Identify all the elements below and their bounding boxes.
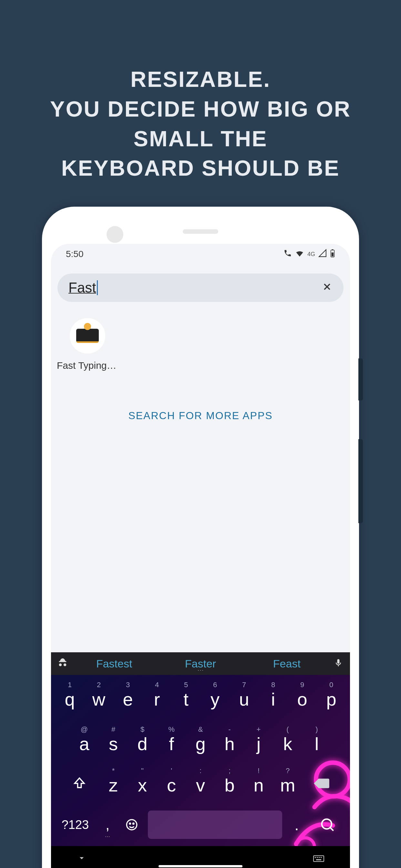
mic-icon[interactable] — [331, 658, 345, 669]
emoji-key[interactable] — [119, 808, 145, 841]
key-j[interactable]: +j — [244, 725, 273, 761]
key-main: y — [211, 690, 220, 709]
key-i[interactable]: 8i — [258, 681, 288, 719]
keyboard-bottom-row: ?123 , . — [51, 808, 350, 846]
key-t[interactable]: 5t — [172, 681, 201, 719]
phone-mockup: 5:50 4G — [42, 207, 359, 868]
system-nav-bar — [51, 846, 350, 868]
incognito-icon[interactable] — [56, 657, 70, 670]
svg-point-7 — [133, 823, 134, 825]
phone-speaker — [183, 229, 218, 234]
svg-point-5 — [127, 819, 137, 830]
svg-rect-10 — [315, 857, 316, 858]
key-row-3: *z"x'c:v;b!n?m — [53, 767, 348, 802]
key-b[interactable]: ;b — [215, 767, 244, 802]
key-main: b — [224, 776, 235, 795]
text-cursor — [97, 280, 98, 295]
key-main: q — [65, 690, 74, 709]
call-wifi-icon — [283, 249, 292, 259]
backspace-key[interactable] — [302, 767, 341, 802]
key-m[interactable]: ?m — [273, 767, 302, 802]
svg-rect-14 — [316, 859, 321, 860]
search-results: Fast Typing K… SEARCH FOR MORE APPS — [51, 302, 350, 422]
key-main: v — [196, 776, 205, 795]
key-v[interactable]: :v — [186, 767, 215, 802]
key-main: w — [92, 690, 105, 709]
key-d[interactable]: $d — [128, 725, 157, 761]
key-main: s — [109, 735, 118, 753]
suggestion-right[interactable]: Feast — [245, 657, 329, 670]
key-main: n — [253, 776, 264, 795]
key-z[interactable]: *z — [99, 767, 128, 802]
promo-line-1: RESIZABLE. — [6, 65, 395, 94]
key-f[interactable]: %f — [157, 725, 186, 761]
key-k[interactable]: (k — [273, 725, 302, 761]
svg-rect-1 — [332, 249, 333, 250]
key-main: o — [297, 690, 307, 709]
suggestion-center[interactable]: Faster — [158, 657, 242, 670]
phone-side-button-2 — [359, 439, 363, 523]
symbols-key[interactable]: ?123 — [54, 808, 96, 841]
close-icon[interactable] — [321, 281, 333, 295]
app-result[interactable]: Fast Typing K… — [57, 318, 118, 371]
key-main: x — [138, 776, 147, 795]
key-q[interactable]: 1q — [55, 681, 84, 719]
key-main: f — [169, 735, 174, 753]
key-main: r — [154, 690, 160, 709]
svg-point-6 — [129, 823, 131, 825]
promo-line-3: KEYBOARD SHOULD BE — [6, 153, 395, 183]
period-key[interactable]: . — [285, 808, 308, 841]
key-o[interactable]: 9o — [288, 681, 317, 719]
status-time: 5:50 — [66, 249, 84, 259]
search-value: Fast — [68, 280, 96, 296]
key-main: j — [257, 735, 260, 753]
key-main: l — [315, 735, 319, 753]
phone-screen: 5:50 4G — [51, 244, 350, 868]
key-main: a — [79, 735, 89, 753]
comma-key[interactable]: , — [96, 808, 119, 841]
key-s[interactable]: #s — [99, 725, 128, 761]
key-c[interactable]: 'c — [157, 767, 186, 802]
key-w[interactable]: 2w — [84, 681, 113, 719]
key-main: z — [109, 776, 118, 795]
key-row-2: @a#s$d%f&g-h+j(k)l — [53, 725, 348, 761]
key-main: i — [271, 690, 275, 709]
search-more-link[interactable]: SEARCH FOR MORE APPS — [57, 410, 344, 422]
search-area: Fast — [51, 265, 350, 302]
key-x[interactable]: "x — [128, 767, 157, 802]
phone-body: 5:50 4G — [42, 207, 359, 868]
shift-icon — [72, 776, 87, 793]
suggestion-left[interactable]: Fastest — [72, 657, 156, 670]
key-grid: 1q2w3e4r5t6y7u8i9o0p @a#s$d%f&g-h+j(k)l … — [51, 675, 350, 802]
key-main: h — [224, 735, 235, 753]
space-key[interactable] — [148, 808, 282, 841]
key-h[interactable]: -h — [215, 725, 244, 761]
svg-rect-12 — [319, 857, 320, 858]
key-e[interactable]: 3e — [113, 681, 143, 719]
keyboard-icon — [76, 329, 99, 343]
search-input[interactable]: Fast — [58, 274, 343, 302]
key-main: u — [239, 690, 249, 709]
key-y[interactable]: 6y — [201, 681, 229, 719]
key-main: d — [137, 735, 147, 753]
key-row-1: 1q2w3e4r5t6y7u8i9o0p — [53, 681, 348, 719]
enter-key[interactable] — [308, 808, 347, 841]
key-n[interactable]: !n — [244, 767, 273, 802]
key-g[interactable]: &g — [186, 725, 215, 761]
status-bar: 5:50 4G — [51, 244, 350, 265]
battery-icon — [330, 249, 335, 259]
key-main: p — [326, 690, 336, 709]
key-r[interactable]: 4r — [143, 681, 172, 719]
key-p[interactable]: 0p — [317, 681, 346, 719]
key-main: e — [123, 690, 133, 709]
key-main: c — [167, 776, 176, 795]
key-a[interactable]: @a — [70, 725, 99, 761]
key-l[interactable]: )l — [302, 725, 331, 761]
status-icons: 4G — [283, 249, 335, 260]
svg-rect-9 — [313, 856, 324, 862]
keyboard-switcher-icon[interactable] — [313, 854, 324, 864]
nav-back-icon[interactable] — [77, 853, 87, 865]
shift-key[interactable] — [60, 767, 99, 802]
key-u[interactable]: 7u — [229, 681, 258, 719]
nav-handle[interactable] — [158, 865, 243, 867]
